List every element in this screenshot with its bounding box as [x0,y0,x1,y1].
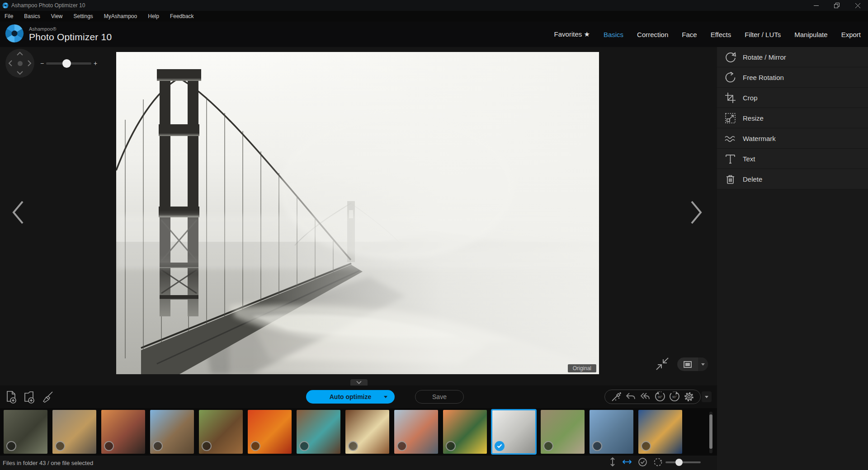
rotate-left-90-icon[interactable]: 90° [653,390,667,404]
thumbnail-checkbox[interactable] [6,441,16,451]
add-file-button[interactable] [4,390,19,404]
next-image-button[interactable] [686,199,706,226]
zoom-slider-thumb[interactable] [62,59,71,68]
sidebar-item-watermark[interactable]: Watermark [717,128,868,149]
tab-correction[interactable]: Correction [637,31,668,38]
settings-gear-icon[interactable] [682,390,696,404]
restore-button[interactable] [826,0,847,11]
thumbnail-size-slider-thumb[interactable] [675,459,683,466]
filmstrip-thumbnail-nuts-and-popcorn[interactable] [345,410,389,454]
photo-preview: Original [116,52,599,374]
filmstrip-thumbnail-marmot[interactable] [541,410,585,454]
zoom-control: − + [39,58,99,68]
filmstrip-thumbnail-mountain-lake-village[interactable] [590,410,633,454]
menu-item-view[interactable]: View [51,13,63,19]
pan-down-icon[interactable] [16,70,24,75]
thumbnail-checkbox[interactable] [446,441,456,451]
menu-item-feedback[interactable]: Feedback [170,13,194,19]
filmstrip-thumbnail-coastal-village[interactable] [394,410,438,454]
pan-navigation-pad[interactable] [5,49,34,78]
menu-item-help[interactable]: Help [148,13,159,19]
menu-item-myashampoo[interactable]: MyAshampoo [104,13,137,19]
thumbnail-checkbox[interactable] [250,441,260,451]
filmstrip-thumbnail-temple-ruins[interactable] [4,410,47,454]
single-view-icon [684,361,692,368]
rotate-selection-icon[interactable] [653,457,663,469]
tab-favorites[interactable]: Favorites ★ [554,30,590,38]
tab-basics[interactable]: Basics [604,31,623,38]
sidebar-item-delete[interactable]: Delete [717,169,868,189]
zoom-slider-track[interactable] [46,62,91,65]
thumbnail-checkbox[interactable] [153,441,163,451]
show-checked-icon[interactable] [638,457,647,469]
save-button[interactable]: Save [415,390,464,404]
sidebar-item-rotate-mirror[interactable]: Rotate / Mirror [717,47,868,67]
filmstrip-thumbnail-orange-flowers[interactable] [443,410,487,454]
thumbnail-checkbox[interactable] [543,441,553,451]
pan-right-icon[interactable] [27,60,32,67]
thumbnail-checkbox[interactable] [104,441,114,451]
rotate-right-90-icon[interactable]: 90° [668,390,681,404]
thumbnail-checkbox[interactable] [397,441,407,451]
view-mode-dropdown[interactable] [698,357,708,371]
magic-wand-icon[interactable] [609,390,623,404]
watermark-icon [724,132,736,145]
auto-optimize-button[interactable]: Auto optimize [306,390,395,404]
undo-icon[interactable] [624,390,637,404]
chevron-down-icon [384,396,387,398]
collapse-panel-button[interactable] [350,379,368,385]
fit-width-icon[interactable] [622,458,632,467]
pan-center-dot[interactable] [18,61,23,66]
sidebar-item-text[interactable]: Text [717,149,868,169]
resize-icon [724,112,736,124]
pan-left-icon[interactable] [8,60,13,67]
thumbnail-checkbox[interactable] [55,441,65,451]
thumbnail-checkbox-checked[interactable] [495,441,505,451]
filmstrip-thumbnail-bridge-in-fog[interactable] [492,410,536,454]
zoom-out-button[interactable]: − [39,60,45,67]
sidebar-item-crop[interactable]: Crop [717,88,868,108]
text-icon [724,153,736,165]
zoom-in-button[interactable]: + [92,60,99,67]
filmstrip-thumbnail-horse-paddock[interactable] [199,410,243,454]
crop-icon [724,92,736,104]
quick-tools-dropdown[interactable] [702,391,712,402]
tab-export[interactable]: Export [841,31,861,38]
filmstrip-thumbnail-sunset-beach[interactable] [101,410,145,454]
fit-to-screen-icon[interactable] [655,356,670,371]
app-window: Ashampoo Photo Optimizer 10 File Basics … [0,0,868,470]
brand: Ashampoo® Photo Optimizer 10 [0,24,112,45]
tab-filter-luts[interactable]: Filter / LUTs [745,31,781,38]
fit-height-icon[interactable] [609,457,616,469]
view-mode-button[interactable] [677,357,708,371]
filmstrip-thumbnail-tree-branch-sky[interactable] [150,410,194,454]
filmstrip-thumbnail-canyon-lake[interactable] [297,410,340,454]
minimize-button[interactable] [806,0,826,11]
thumbnail-checkbox[interactable] [202,441,212,451]
thumbnail-checkbox[interactable] [641,441,651,451]
filmstrip-thumbnail-cat-doorway[interactable] [52,410,96,454]
clean-list-button[interactable] [40,390,55,404]
tab-effects[interactable]: Effects [711,31,731,38]
sidebar-item-resize[interactable]: Resize [717,108,868,128]
menu-item-settings[interactable]: Settings [73,13,93,19]
sidebar-item-free-rotation[interactable]: Free Rotation [717,67,868,88]
tab-manipulate[interactable]: Manipulate [794,31,827,38]
filmstrip-thumbnail-harbor-houses-night[interactable] [638,410,682,454]
menu-item-file[interactable]: File [5,13,13,19]
undo-all-icon[interactable] [638,390,652,404]
filmstrip-scrollbar-thumb[interactable] [709,414,712,449]
thumbnail-checkbox[interactable] [592,441,602,451]
menu-item-basics[interactable]: Basics [24,13,40,19]
pan-up-icon[interactable] [16,52,24,56]
thumbnail-checkbox[interactable] [299,441,309,451]
thumbnail-checkbox[interactable] [348,441,358,451]
thumbnail-size-slider[interactable] [665,461,701,463]
close-button[interactable] [847,0,868,11]
filmstrip-thumbnail-red-autumn-leaves[interactable] [248,410,292,454]
tab-face[interactable]: Face [682,31,697,38]
add-folder-button[interactable] [22,390,37,404]
previous-image-button[interactable] [8,199,28,226]
filmstrip-scrollbar[interactable] [709,412,712,453]
top-nav: Favorites ★ Basics Correction Face Effec… [554,30,868,38]
